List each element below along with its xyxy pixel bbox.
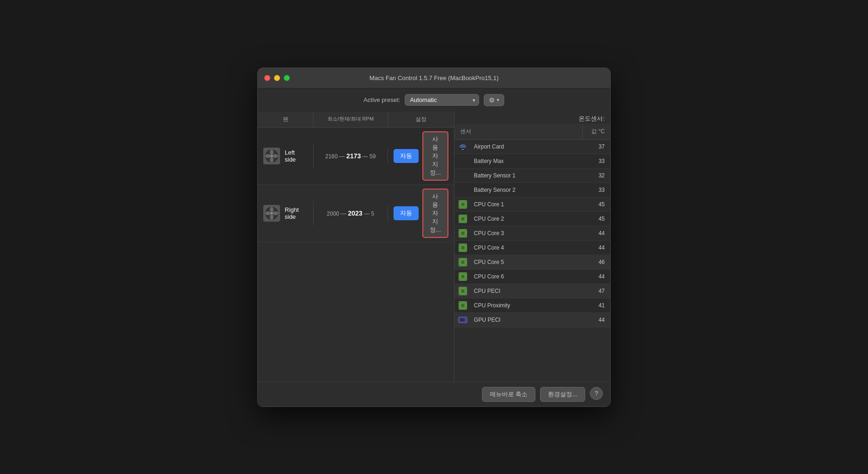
sensor-row-cpu6: CPU Core 6 44 bbox=[454, 270, 610, 284]
svg-point-10 bbox=[270, 214, 274, 220]
sensors-panel: 온도센서: 센서 값 °C Airport Card 37 bbox=[454, 112, 610, 382]
sensor-value-airport: 37 bbox=[583, 143, 607, 150]
fan-row-right: Right side 2000 — 2023 — 5 자동 사용자 지정... bbox=[258, 185, 454, 242]
main-content: 팬 최소/현재/최대 RPM 설정 bbox=[258, 112, 610, 382]
sensor-row-cpu-peci: CPU PECI 47 bbox=[454, 284, 610, 298]
close-button[interactable] bbox=[264, 75, 270, 81]
toolbar-left: Active preset: Automatic Custom Silent ⚙… bbox=[267, 94, 601, 106]
preset-label: Active preset: bbox=[364, 96, 401, 103]
fan-row-left: Left side 2160 — 2173 — 59 자동 사용자 지정... bbox=[258, 128, 454, 185]
sensor-name-cpu5: CPU Core 5 bbox=[472, 259, 583, 265]
fan-rpm-max-left: 59 bbox=[369, 153, 375, 160]
sensor-name-battery-1: Battery Sensor 1 bbox=[472, 172, 583, 179]
sensor-row-cpu2: CPU Core 2 45 bbox=[454, 212, 610, 226]
gear-icon: ⚙ bbox=[489, 96, 495, 104]
preset-select[interactable]: Automatic Custom Silent bbox=[405, 94, 479, 106]
svg-rect-83 bbox=[461, 275, 464, 278]
fan-rpm-dash1-right: — bbox=[341, 210, 348, 217]
cpu4-icon bbox=[458, 243, 467, 252]
sensor-value-cpu6: 44 bbox=[583, 273, 607, 280]
fan-rpm-current-right: 2023 bbox=[348, 210, 362, 217]
fan-rpm-dash2-left: — bbox=[362, 153, 369, 160]
col-header-fan: 팬 bbox=[258, 112, 314, 127]
fan-name-left: Left side bbox=[285, 149, 307, 163]
sensors-section-label: 온도센서: bbox=[454, 112, 610, 124]
titlebar: Macs Fan Control 1.5.7 Free (MacBookPro1… bbox=[258, 68, 610, 88]
auto-button-right[interactable]: 자동 bbox=[394, 206, 419, 220]
cpu1-icon bbox=[458, 200, 467, 209]
svg-point-3 bbox=[273, 154, 278, 158]
fan-icon-left bbox=[263, 148, 280, 164]
sensor-row-cpu-prox: CPU Proximity 41 bbox=[454, 298, 610, 313]
fan-rpm-min-right: 2000 bbox=[327, 210, 340, 217]
fan-rpm-right: 2000 — 2023 — 5 bbox=[314, 206, 388, 221]
gear-chevron: ▾ bbox=[497, 97, 499, 102]
sensor-value-cpu3: 44 bbox=[583, 230, 607, 237]
fan-controls-left: 자동 사용자 지정... bbox=[388, 128, 454, 184]
svg-rect-55 bbox=[461, 246, 464, 249]
toolbar: Active preset: Automatic Custom Silent ⚙… bbox=[258, 88, 610, 112]
svg-rect-97 bbox=[461, 290, 464, 292]
sensor-name-cpu-peci: CPU PECI bbox=[472, 288, 583, 294]
maximize-button[interactable] bbox=[284, 75, 290, 81]
sensor-name-battery-2: Battery Sensor 2 bbox=[472, 187, 583, 193]
fans-area: Left side 2160 — 2173 — 59 자동 사용자 지정... bbox=[258, 128, 454, 382]
battery-1-icon bbox=[458, 171, 467, 180]
minimize-button[interactable] bbox=[274, 75, 280, 81]
svg-point-2 bbox=[270, 149, 274, 155]
sensor-name-cpu3: CPU Core 3 bbox=[472, 230, 583, 237]
sensor-name-gpu-peci: GPU PECI bbox=[472, 317, 583, 323]
preset-select-wrapper[interactable]: Automatic Custom Silent bbox=[405, 94, 479, 106]
fan-rpm-min-left: 2160 bbox=[325, 153, 338, 160]
preferences-button[interactable]: 환경설정... bbox=[540, 387, 585, 402]
svg-point-9 bbox=[273, 211, 278, 215]
sensor-row-battery-1: Battery Sensor 1 32 bbox=[454, 169, 610, 183]
svg-rect-125 bbox=[460, 318, 464, 321]
empty-area bbox=[258, 242, 454, 382]
fan-name-right: Right side bbox=[285, 206, 307, 220]
sensor-value-cpu5: 46 bbox=[583, 259, 607, 265]
custom-button-left[interactable]: 사용자 지정... bbox=[422, 131, 448, 181]
fan-controls-right: 자동 사용자 지정... bbox=[388, 185, 454, 242]
sensor-name-battery-max: Battery Max bbox=[472, 158, 583, 164]
sensor-row-cpu1: CPU Core 1 45 bbox=[454, 197, 610, 212]
sensor-value-cpu-prox: 41 bbox=[583, 302, 607, 309]
svg-rect-41 bbox=[461, 232, 464, 235]
cpu2-icon bbox=[458, 214, 467, 223]
sensor-row-gpu-peci: GPU PECI 44 bbox=[454, 313, 610, 327]
svg-point-4 bbox=[270, 157, 274, 163]
svg-point-11 bbox=[265, 211, 271, 215]
svg-point-5 bbox=[265, 154, 271, 158]
svg-point-8 bbox=[270, 207, 274, 212]
custom-button-right[interactable]: 사용자 지정... bbox=[422, 189, 448, 238]
col-header-value: 값 °C bbox=[582, 124, 610, 139]
fan-svg-left bbox=[264, 149, 279, 163]
sensor-row-cpu5: CPU Core 5 46 bbox=[454, 255, 610, 270]
cpu6-icon bbox=[458, 272, 467, 281]
sensor-value-cpu1: 45 bbox=[583, 201, 607, 208]
gear-button[interactable]: ⚙ ▾ bbox=[484, 94, 504, 106]
sensor-row-airport: Airport Card 37 bbox=[454, 140, 610, 154]
cpu3-icon bbox=[458, 229, 467, 238]
col-header-sensor: 센서 bbox=[454, 124, 582, 139]
minimize-to-menu-button[interactable]: 메뉴바로 축소 bbox=[482, 387, 536, 402]
sensor-name-cpu1: CPU Core 1 bbox=[472, 201, 583, 208]
help-button[interactable]: ? bbox=[590, 387, 603, 400]
svg-rect-111 bbox=[461, 304, 464, 307]
sensor-row-cpu3: CPU Core 3 44 bbox=[454, 226, 610, 241]
sensor-value-cpu2: 45 bbox=[583, 216, 607, 222]
fan-rpm-dash2-right: — bbox=[364, 210, 371, 217]
main-window: Macs Fan Control 1.5.7 Free (MacBookPro1… bbox=[257, 68, 611, 407]
fans-table-header: 팬 최소/현재/최대 RPM 설정 bbox=[258, 112, 454, 128]
fan-rpm-dash1-left: — bbox=[339, 153, 346, 160]
fan-info-right: Right side bbox=[258, 201, 314, 225]
sensor-value-gpu-peci: 44 bbox=[583, 317, 607, 323]
svg-rect-69 bbox=[461, 261, 464, 264]
sensor-value-battery-2: 33 bbox=[583, 187, 607, 193]
wifi-icon bbox=[458, 142, 467, 151]
sensor-row-battery-max: Battery Max 33 bbox=[454, 154, 610, 169]
sensor-row-cpu4: CPU Core 4 44 bbox=[454, 241, 610, 255]
sensor-value-cpu4: 44 bbox=[583, 244, 607, 251]
col-header-setting: 설정 bbox=[388, 112, 454, 127]
auto-button-left[interactable]: 자동 bbox=[394, 149, 419, 163]
